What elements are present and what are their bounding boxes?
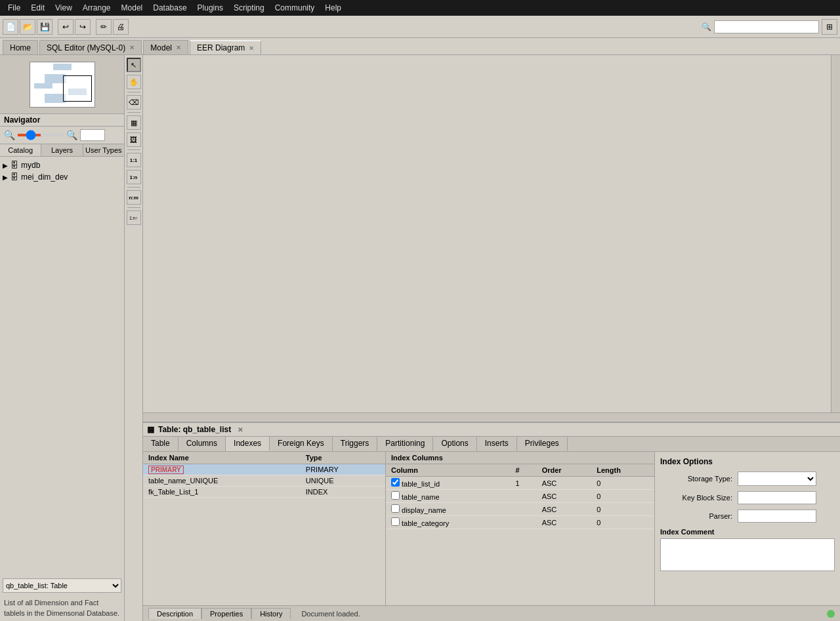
menu-plugins[interactable]: Plugins	[192, 2, 228, 14]
tool-sep-4	[127, 187, 140, 188]
editor-tab-options[interactable]: Options	[433, 437, 476, 451]
index-row-fk[interactable]: fk_Table_List_1 INDEX	[143, 487, 385, 498]
expand-mydb-icon[interactable]: ▶	[3, 162, 8, 169]
index-row-primary[interactable]: PRIMARY PRIMARY	[143, 464, 385, 475]
edit-button[interactable]: ✏	[96, 19, 112, 35]
table-editor-close[interactable]: ✕	[238, 426, 243, 433]
canvas-horizontal-scrollbar[interactable]	[143, 412, 840, 422]
col-index-name: Index Name	[143, 452, 301, 464]
menu-arrange[interactable]: Arrange	[77, 2, 116, 14]
db-icon: 🗄	[10, 161, 18, 170]
print-button[interactable]: 🖨	[113, 19, 129, 35]
editor-tab-indexes[interactable]: Indexes	[226, 437, 270, 451]
editor-tab-triggers[interactable]: Triggers	[333, 437, 378, 451]
sidebar-tab-layers[interactable]: Layers	[41, 144, 83, 156]
tool-sep-3	[127, 150, 140, 150]
eraser-tool-button[interactable]: ⌫	[127, 95, 141, 110]
editor-tab-inserts[interactable]: Inserts	[477, 437, 517, 451]
relation-1n2-button[interactable]: 1:n	[127, 170, 141, 184]
zoom-value-input[interactable]: 100	[80, 129, 105, 141]
zoom-out-icon[interactable]: 🔍	[4, 130, 15, 140]
table-editor-tabs: Table Columns Indexes Foreign Keys Trigg…	[143, 437, 840, 452]
col-num-0: 1	[510, 477, 536, 490]
editor-tab-privileges[interactable]: Privileges	[517, 437, 568, 451]
tree-area: ▶ 🗄 mydb ▶ 🗄 mei_dim_dev	[0, 157, 124, 576]
col-length-1: 0	[591, 490, 654, 503]
status-tab-history[interactable]: History	[251, 608, 291, 619]
index-col-row-1: table_name ASC 0	[386, 490, 654, 503]
col-header-order: Order	[537, 464, 592, 477]
save-button[interactable]: 💾	[37, 19, 52, 35]
index-type-primary: PRIMARY	[301, 464, 385, 475]
index-options-title: Index Options	[660, 457, 835, 466]
object-type-select[interactable]: qb_table_list: Table	[3, 578, 121, 593]
sidebar-tab-catalog[interactable]: Catalog	[0, 144, 41, 156]
tab-eer-close[interactable]: ✕	[249, 45, 254, 52]
parser-input[interactable]	[738, 510, 816, 523]
col-order-1: ASC	[537, 490, 592, 503]
zoom-slider[interactable]	[18, 134, 64, 136]
tab-model-close[interactable]: ✕	[176, 44, 181, 51]
col-length-0: 0	[591, 477, 654, 490]
sidebar-tab-user-types[interactable]: User Types	[83, 144, 124, 156]
menu-view[interactable]: View	[50, 2, 77, 14]
tab-sql-close[interactable]: ✕	[129, 44, 135, 51]
menu-community[interactable]: Community	[270, 2, 320, 14]
col-check-table-name[interactable]	[391, 491, 400, 500]
new-button[interactable]: 📄	[3, 19, 18, 35]
menu-help[interactable]: Help	[320, 2, 346, 14]
status-tab-properties[interactable]: Properties	[201, 608, 251, 619]
relation-1nid-button[interactable]: 1:n↑	[127, 210, 141, 225]
navigator-thumbnail	[0, 55, 124, 114]
tab-home[interactable]: Home	[3, 40, 38, 54]
pan-tool-button[interactable]: ✋	[127, 75, 141, 89]
expand-mei-icon[interactable]: ▶	[3, 174, 8, 181]
relation-1n-button[interactable]: 1:1	[127, 153, 141, 167]
menu-scripting[interactable]: Scripting	[228, 2, 270, 14]
col-check-display-name[interactable]	[391, 504, 400, 513]
open-button[interactable]: 📂	[20, 19, 35, 35]
search-input[interactable]	[714, 20, 819, 33]
tree-item-mydb[interactable]: ▶ 🗄 mydb	[3, 159, 121, 171]
key-block-size-label: Key Block Size:	[660, 494, 732, 502]
editor-tab-table[interactable]: Table	[143, 437, 178, 451]
status-tab-description[interactable]: Description	[148, 608, 201, 619]
left-sidebar: Navigator 🔍 🔍 100 Catalog Layers User Ty…	[0, 55, 125, 621]
col-length-2: 0	[591, 503, 654, 516]
canvas-vertical-scrollbar[interactable]	[831, 55, 840, 412]
thumbnail-canvas	[30, 62, 95, 108]
col-num-1	[510, 490, 536, 503]
index-options-panel: Index Options Storage Type: Key Block Si…	[655, 452, 840, 605]
editor-tab-foreign-keys[interactable]: Foreign Keys	[270, 437, 333, 451]
tab-model[interactable]: Model ✕	[143, 40, 188, 54]
index-comment-textarea[interactable]	[660, 538, 835, 571]
col-order-3: ASC	[537, 516, 592, 529]
index-row-unique[interactable]: table_name_UNIQUE UNIQUE	[143, 475, 385, 487]
status-bar: Description Properties History Document …	[143, 605, 840, 621]
menu-file[interactable]: File	[3, 2, 26, 14]
menu-model[interactable]: Model	[116, 2, 148, 14]
tab-eer-diagram[interactable]: EER Diagram ✕	[190, 40, 261, 54]
zoom-in-icon[interactable]: 🔍	[66, 130, 77, 140]
col-check-table-category[interactable]	[391, 517, 400, 526]
tree-item-mei-dim-dev[interactable]: ▶ 🗄 mei_dim_dev	[3, 171, 121, 183]
redo-button[interactable]: ↪	[75, 19, 91, 35]
editor-tab-partitioning[interactable]: Partitioning	[377, 437, 433, 451]
parser-row: Parser:	[660, 510, 835, 523]
tab-sql-editor[interactable]: SQL Editor (MySQL-0) ✕	[39, 40, 142, 54]
undo-button[interactable]: ↩	[58, 19, 74, 35]
storage-type-select[interactable]	[738, 471, 816, 486]
right-section: qb_fact_dimension ▼ 🔑 dimension_attribut…	[143, 55, 840, 621]
navigator-title: Navigator	[4, 115, 40, 125]
table-tool-button[interactable]: ▦	[127, 115, 141, 130]
key-block-size-input[interactable]: 0	[738, 491, 816, 504]
select-tool-button[interactable]: ↖	[127, 58, 141, 72]
editor-tab-columns[interactable]: Columns	[178, 437, 226, 451]
search-submit-button[interactable]: ⊞	[822, 19, 837, 35]
col-order-0: ASC	[537, 477, 592, 490]
view-tool-button[interactable]: 🖼	[127, 132, 141, 147]
col-check-table-list-id[interactable]	[391, 478, 400, 487]
menu-edit[interactable]: Edit	[26, 2, 50, 14]
menu-database[interactable]: Database	[148, 2, 192, 14]
relation-nm-button[interactable]: n:m	[127, 190, 141, 205]
